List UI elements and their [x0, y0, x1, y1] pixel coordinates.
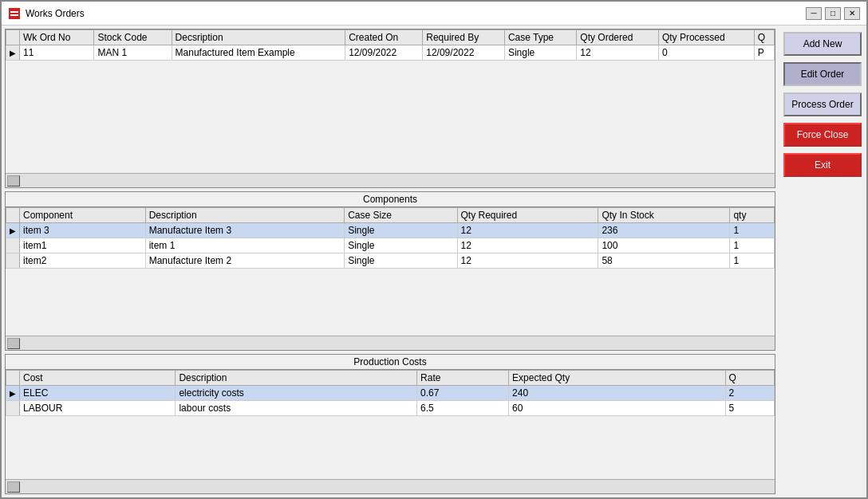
cell-q: P: [754, 45, 774, 61]
table-row[interactable]: LABOUR labour costs 6.5 60 5: [6, 401, 775, 416]
prod-col-description: Description: [176, 371, 417, 386]
cell-qty-in-stock: 58: [598, 253, 730, 269]
comp-col-description: Description: [145, 208, 344, 223]
cell-wk-ord-no: 11: [20, 45, 94, 61]
cell-qty: 1: [730, 223, 775, 238]
process-order-button[interactable]: Process Order: [783, 92, 862, 116]
production-title: Production Costs: [6, 355, 775, 370]
row-indicator: [6, 253, 20, 269]
col-indicator: [6, 30, 20, 45]
production-section: Production Costs Cost Description Rate E…: [5, 354, 775, 494]
svg-rect-2: [10, 14, 18, 16]
table-row[interactable]: ▶ item 3 Manufacture Item 3 Single 12 23…: [6, 223, 775, 238]
cell-component: item1: [20, 238, 146, 253]
cell-description: Manufacture Item 3: [145, 223, 344, 238]
main-scrollbar-thumb[interactable]: [7, 175, 20, 187]
title-controls: ─ □ ✕: [806, 7, 860, 20]
cell-qty-required: 12: [457, 223, 598, 238]
main-window: Works Orders ─ □ ✕ Wk Ord No Stock: [0, 0, 868, 499]
content-area: Wk Ord No Stock Code Decsription Created…: [2, 26, 866, 497]
cell-description: item 1: [145, 238, 344, 253]
main-panel: Wk Ord No Stock Code Decsription Created…: [2, 26, 779, 497]
close-button[interactable]: ✕: [844, 7, 860, 20]
row-indicator: [6, 401, 20, 416]
production-table: Cost Description Rate Expected Qty Q ▶ E…: [6, 370, 775, 416]
works-orders-table: Wk Ord No Stock Code Decsription Created…: [6, 29, 775, 61]
works-orders-table-wrapper[interactable]: Wk Ord No Stock Code Decsription Created…: [6, 29, 775, 173]
works-orders-section: Wk Ord No Stock Code Decsription Created…: [5, 29, 775, 188]
cell-qty-ordered: 12: [577, 45, 659, 61]
window-title: Works Orders: [26, 8, 85, 19]
cell-q: 2: [725, 386, 774, 401]
comp-col-qty-in-stock: Qty In Stock: [598, 208, 730, 223]
prod-col-q: Q: [725, 371, 774, 386]
comp-col-case-size: Case Size: [345, 208, 457, 223]
title-bar: Works Orders ─ □ ✕: [2, 2, 866, 26]
cell-case-type: Single: [504, 45, 576, 61]
cell-case-size: Single: [345, 253, 457, 269]
comp-col-qty: qty: [730, 208, 775, 223]
prod-col-cost: Cost: [20, 371, 176, 386]
cell-qty: 1: [730, 238, 775, 253]
svg-rect-0: [9, 8, 20, 19]
cell-q: 5: [725, 401, 774, 416]
cell-expected-qty: 60: [509, 401, 725, 416]
components-table-wrapper[interactable]: Component Description Case Size Qty Requ…: [6, 207, 775, 336]
components-table: Component Description Case Size Qty Requ…: [6, 207, 775, 269]
title-bar-left: Works Orders: [8, 7, 85, 20]
cell-cost: ELEC: [20, 386, 176, 401]
col-created-on: Created On: [345, 30, 423, 45]
cell-case-size: Single: [345, 238, 457, 253]
force-close-button[interactable]: Force Close: [783, 123, 862, 147]
cell-qty-required: 12: [457, 253, 598, 269]
cell-component: item2: [20, 253, 146, 269]
table-row[interactable]: ▶ 11 MAN 1 Manufactured Item Example 12/…: [6, 45, 775, 61]
prod-col-indicator: [6, 371, 20, 386]
svg-rect-1: [10, 11, 18, 13]
cell-required-by: 12/09/2022: [423, 45, 505, 61]
comp-table-scrollbar[interactable]: [6, 336, 775, 350]
side-panel: Add New Edit Order Process Order Force C…: [779, 26, 866, 497]
col-case-type: Case Type: [504, 30, 576, 45]
row-indicator: [6, 238, 20, 253]
cell-description: Manufacture Item 2: [145, 253, 344, 269]
prod-table-scrollbar[interactable]: [6, 479, 775, 493]
cell-created-on: 12/09/2022: [345, 45, 423, 61]
app-icon: [8, 7, 21, 20]
cell-qty-processed: 0: [658, 45, 754, 61]
cell-qty-required: 12: [457, 238, 598, 253]
comp-col-qty-required: Qty Required: [457, 208, 598, 223]
row-indicator: ▶: [6, 45, 20, 61]
cell-description: labour costs: [176, 401, 417, 416]
col-stock-code: Stock Code: [94, 30, 172, 45]
exit-button[interactable]: Exit: [783, 153, 862, 177]
prod-scrollbar-thumb[interactable]: [7, 481, 20, 493]
maximize-button[interactable]: □: [825, 7, 841, 20]
edit-order-button[interactable]: Edit Order: [783, 62, 862, 86]
components-title: Components: [6, 192, 775, 207]
cell-qty-in-stock: 100: [598, 238, 730, 253]
cell-cost: LABOUR: [20, 401, 176, 416]
cell-rate: 0.67: [417, 386, 509, 401]
row-indicator: ▶: [6, 386, 20, 401]
table-row[interactable]: ▶ ELEC electricity costs 0.67 240 2: [6, 386, 775, 401]
cell-case-size: Single: [345, 223, 457, 238]
cell-stock-code: MAN 1: [94, 45, 172, 61]
cell-qty-in-stock: 236: [598, 223, 730, 238]
add-new-button[interactable]: Add New: [783, 32, 862, 56]
comp-scrollbar-thumb[interactable]: [7, 338, 20, 349]
prod-col-rate: Rate: [417, 371, 509, 386]
minimize-button[interactable]: ─: [806, 7, 822, 20]
cell-description: Manufactured Item Example: [172, 45, 345, 61]
cell-qty: 1: [730, 253, 775, 269]
production-table-wrapper[interactable]: Cost Description Rate Expected Qty Q ▶ E…: [6, 370, 775, 479]
cell-description: electricity costs: [176, 386, 417, 401]
table-row[interactable]: item1 item 1 Single 12 100 1: [6, 238, 775, 253]
col-qty-ordered: Qty Ordered: [577, 30, 659, 45]
col-q: Q: [754, 30, 774, 45]
table-row[interactable]: item2 Manufacture Item 2 Single 12 58 1: [6, 253, 775, 269]
col-required-by: Required By: [423, 30, 505, 45]
cell-expected-qty: 240: [509, 386, 725, 401]
prod-col-expected-qty: Expected Qty: [509, 371, 725, 386]
main-table-scrollbar[interactable]: [6, 173, 775, 187]
